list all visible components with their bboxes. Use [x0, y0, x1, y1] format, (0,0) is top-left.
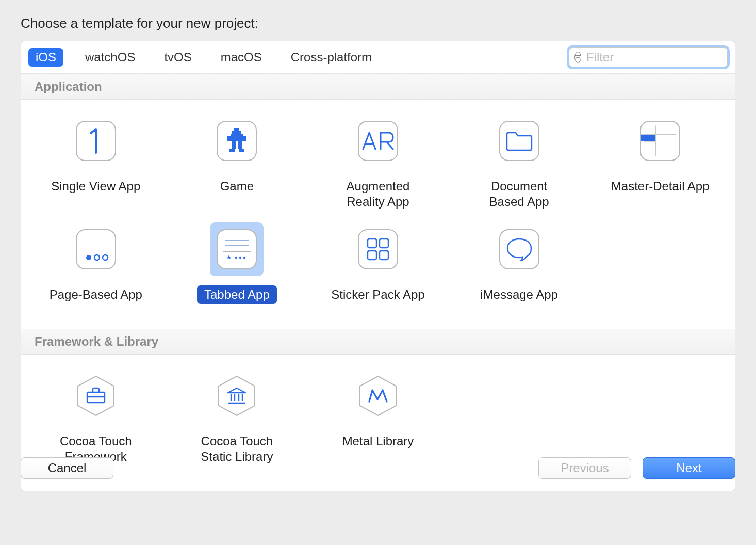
grid-icon	[358, 229, 398, 269]
game-icon	[217, 121, 257, 161]
template-master-detail[interactable]: Master-Detail App	[589, 112, 731, 220]
next-button[interactable]: Next	[643, 457, 735, 479]
section-body-application: Single View App	[21, 100, 735, 329]
section-header-application: Application	[21, 74, 735, 100]
dialog-title: Choose a template for your new project:	[21, 15, 735, 31]
template-label: Single View App	[44, 177, 147, 196]
template-ar[interactable]: Augmented Reality App	[307, 112, 449, 220]
svg-rect-4	[243, 136, 246, 141]
template-single-view[interactable]: Single View App	[25, 112, 167, 220]
cancel-button[interactable]: Cancel	[21, 457, 113, 479]
svg-point-20	[239, 257, 241, 259]
svg-rect-8	[239, 149, 244, 152]
svg-rect-2	[231, 134, 243, 141]
tab-macos[interactable]: macOS	[213, 48, 269, 67]
svg-point-15	[103, 255, 108, 260]
master-detail-icon	[640, 121, 680, 161]
template-page-based[interactable]: Page-Based App	[25, 220, 167, 313]
speech-bubble-icon	[499, 229, 539, 269]
template-label: Sticker Pack App	[324, 285, 432, 304]
briefcase-icon	[75, 375, 117, 417]
svg-rect-6	[238, 141, 242, 149]
svg-point-14	[94, 255, 100, 260]
template-label: Game	[213, 177, 261, 196]
template-game[interactable]: Game	[167, 112, 308, 220]
template-label: Document Based App	[482, 177, 556, 211]
svg-rect-9	[641, 135, 655, 141]
platform-tabbar: iOS watchOS tvOS macOS Cross-platform	[21, 41, 735, 74]
svg-rect-22	[368, 239, 376, 248]
svg-rect-24	[368, 251, 376, 260]
template-panel: iOS watchOS tvOS macOS Cross-platform Ap…	[21, 41, 735, 491]
section-header-framework: Framework & Library	[21, 329, 735, 355]
single-view-icon	[76, 121, 116, 161]
filter-field[interactable]	[569, 47, 728, 67]
template-label: Augmented Reality App	[339, 177, 417, 211]
tab-watchos[interactable]: watchOS	[78, 48, 142, 67]
previous-button[interactable]: Previous	[538, 457, 631, 479]
ar-icon	[358, 121, 398, 161]
svg-rect-7	[229, 149, 235, 152]
svg-rect-3	[227, 136, 231, 141]
template-imessage[interactable]: iMessage App	[449, 220, 590, 313]
template-label: Tabbed App	[197, 285, 277, 304]
metal-m-icon	[357, 375, 399, 417]
filter-icon	[574, 52, 581, 63]
tab-ios[interactable]: iOS	[28, 48, 63, 67]
svg-rect-25	[380, 251, 388, 260]
template-label: Master-Detail App	[604, 177, 717, 196]
svg-rect-23	[380, 239, 388, 248]
template-document[interactable]: Document Based App	[449, 112, 590, 220]
template-label: iMessage App	[473, 285, 565, 304]
template-label: Metal Library	[335, 432, 421, 451]
template-sticker[interactable]: Sticker Pack App	[307, 220, 449, 313]
dialog-footer: Cancel Previous Next	[21, 457, 735, 479]
template-tabbed[interactable]: Tabbed App	[167, 220, 308, 313]
svg-point-19	[235, 257, 237, 259]
page-dots-icon	[76, 229, 116, 269]
svg-rect-5	[232, 141, 236, 149]
svg-rect-0	[234, 128, 239, 131]
svg-point-13	[86, 255, 91, 260]
tab-tvos[interactable]: tvOS	[157, 48, 199, 67]
tab-bar-icon	[217, 229, 257, 269]
columns-icon	[216, 375, 258, 417]
filter-input[interactable]	[586, 50, 735, 65]
template-label: Page-Based App	[42, 285, 150, 304]
folder-icon	[499, 121, 539, 161]
svg-point-21	[243, 257, 245, 259]
tab-crossplatform[interactable]: Cross-platform	[284, 48, 379, 67]
svg-rect-1	[232, 131, 241, 134]
